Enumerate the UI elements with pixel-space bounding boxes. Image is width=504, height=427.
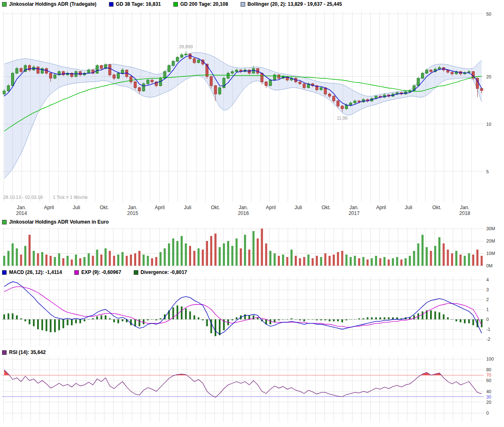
svg-text:20: 20 — [486, 400, 491, 405]
divergence-label: Divergence: -0,8017 — [141, 269, 187, 275]
rsi-swatch-icon — [2, 350, 7, 355]
svg-text:1 Tick = 1 Woche: 1 Tick = 1 Woche — [53, 195, 88, 200]
svg-text:Okt.: Okt. — [322, 205, 331, 210]
svg-text:Jan.: Jan. — [128, 205, 137, 210]
svg-text:-2: -2 — [486, 337, 490, 342]
divergence-swatch-icon — [134, 270, 138, 275]
svg-text:April: April — [266, 205, 276, 210]
svg-text:3: 3 — [486, 287, 489, 292]
svg-text:11,96: 11,96 — [337, 116, 348, 120]
svg-text:0M: 0M — [486, 263, 492, 268]
exp-swatch-icon — [74, 270, 79, 275]
macd-swatch-icon — [2, 270, 7, 275]
svg-text:60: 60 — [486, 378, 491, 383]
svg-text:2: 2 — [486, 297, 489, 302]
svg-text:Okt.: Okt. — [432, 205, 441, 210]
legend-item-bollinger: Bollinger (20, 2): 13,829 - 19,637 - 25,… — [241, 1, 342, 7]
rsi-label: RSI (14): 35,642 — [9, 349, 46, 355]
svg-text:April: April — [44, 205, 54, 210]
gd38-label: GD 38 Tage: 16,831 — [116, 1, 161, 7]
svg-text:Okt.: Okt. — [100, 205, 109, 210]
svg-text:1: 1 — [486, 307, 489, 312]
macd-label: MACD (26, 12): -1,4114 — [9, 269, 62, 275]
legend-item-volume: Jinkosolar Holdings ADR Volumen in Euro — [2, 219, 109, 225]
svg-text:30M: 30M — [486, 226, 495, 231]
gd200-swatch-icon — [173, 2, 178, 7]
price-panel: 502010528,89911,9628.10.13 - 02.03.181 T… — [0, 8, 504, 218]
svg-text:2016: 2016 — [238, 210, 249, 216]
svg-text:Juli: Juli — [405, 205, 412, 210]
instrument-swatch-icon — [2, 2, 7, 7]
svg-text:2014: 2014 — [16, 210, 27, 216]
svg-text:2017: 2017 — [348, 210, 360, 216]
volume-label: Jinkosolar Holdings ADR Volumen in Euro — [9, 219, 109, 225]
macd-legend: MACD (26, 12): -1,4114 EXP (9): -0,60967… — [2, 269, 187, 276]
instrument-label: Jinkosolar Holdings ADR (Tradegate) — [9, 1, 97, 7]
gd38-swatch-icon — [109, 2, 114, 7]
svg-text:April: April — [376, 205, 386, 210]
volume-swatch-icon — [2, 220, 7, 224]
svg-text:2015: 2015 — [127, 210, 138, 216]
svg-text:28,899: 28,899 — [179, 44, 193, 49]
legend-item-instrument: Jinkosolar Holdings ADR (Tradegate) — [2, 1, 97, 7]
svg-text:Juli: Juli — [295, 205, 302, 210]
svg-text:4: 4 — [486, 277, 489, 282]
svg-text:April: April — [155, 205, 165, 210]
bollinger-swatch-icon — [241, 2, 245, 7]
svg-text:10M: 10M — [486, 251, 495, 256]
bollinger-label: Bollinger (20, 2): 13,829 - 19,637 - 25,… — [248, 1, 342, 7]
svg-text:Juli: Juli — [73, 205, 80, 210]
svg-text:70: 70 — [486, 373, 491, 377]
svg-text:20M: 20M — [486, 238, 495, 243]
svg-text:2018: 2018 — [459, 210, 471, 216]
svg-text:Jan.: Jan. — [460, 205, 470, 210]
legend-item-rsi: RSI (14): 35,642 — [2, 349, 46, 355]
rsi-panel: 1008070604030200 — [0, 356, 504, 427]
legend-item-divergence: Divergence: -0,8017 — [134, 269, 187, 275]
svg-text:-1: -1 — [486, 327, 490, 332]
svg-text:Jan.: Jan. — [239, 205, 248, 210]
svg-text:Okt.: Okt. — [211, 205, 220, 210]
gd200-label: GD 200 Tage: 20,108 — [180, 1, 228, 7]
svg-text:80: 80 — [486, 367, 491, 372]
legend-item-gd38: GD 38 Tage: 16,831 — [109, 1, 161, 7]
svg-text:0: 0 — [486, 317, 489, 322]
svg-text:40: 40 — [486, 389, 491, 394]
price-legend: Jinkosolar Holdings ADR (Tradegate) GD 3… — [2, 1, 342, 7]
exp-label: EXP (9): -0,60967 — [81, 269, 121, 275]
svg-text:5: 5 — [486, 169, 489, 174]
volume-legend: Jinkosolar Holdings ADR Volumen in Euro — [2, 219, 109, 225]
svg-text:20: 20 — [486, 74, 491, 79]
svg-text:Juli: Juli — [184, 205, 191, 210]
macd-panel: 43210-1-2 — [0, 277, 504, 348]
svg-text:30: 30 — [486, 394, 491, 399]
svg-text:10: 10 — [486, 122, 491, 127]
volume-panel: 30M20M10M0M — [0, 226, 504, 268]
svg-text:0: 0 — [486, 410, 489, 415]
legend-item-gd200: GD 200 Tage: 20,108 — [173, 1, 228, 7]
rsi-legend: RSI (14): 35,642 — [2, 349, 46, 356]
svg-text:50: 50 — [486, 12, 491, 17]
stock-chart-page: Jinkosolar Holdings ADR (Tradegate) GD 3… — [0, 0, 504, 427]
svg-text:Jan.: Jan. — [349, 205, 359, 210]
svg-text:Jan.: Jan. — [17, 205, 26, 210]
legend-item-macd: MACD (26, 12): -1,4114 — [2, 269, 62, 275]
svg-text:100: 100 — [486, 356, 494, 361]
legend-item-exp: EXP (9): -0,60967 — [74, 269, 121, 275]
svg-text:28.10.13 - 02.03.18: 28.10.13 - 02.03.18 — [3, 195, 43, 200]
